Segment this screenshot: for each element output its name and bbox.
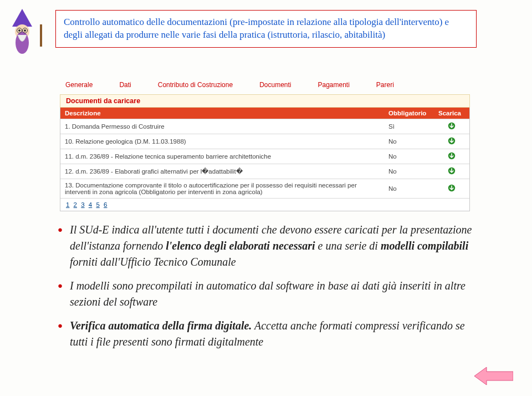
table-row: 13. Documentazione comprovante il titolo… xyxy=(60,179,469,199)
cell-scarica[interactable] xyxy=(434,164,469,179)
tab-documenti[interactable]: Documenti xyxy=(259,81,291,89)
callout-box: Controllo automatico delle documentazion… xyxy=(55,10,477,48)
svg-marker-13 xyxy=(474,367,513,385)
cell-scarica[interactable] xyxy=(434,134,469,149)
cell-obbligatorio: No xyxy=(384,164,434,179)
cell-obbligatorio: No xyxy=(384,149,434,164)
col-scarica: Scarica xyxy=(434,108,469,119)
bullet-3: Verifica automatica della firma digitale… xyxy=(55,318,477,350)
cell-descrizione: 12. d.m. 236/89 - Elaborati grafici alte… xyxy=(60,164,384,179)
back-arrow-icon[interactable] xyxy=(474,366,513,386)
docs-table: Descrizione Obbligatorio Scarica 1. Doma… xyxy=(60,108,469,198)
bullet-1-part-c: e una serie di xyxy=(315,240,381,252)
col-obbligatorio: Obbligatorio xyxy=(384,108,434,119)
bullet-1-bold-b: l'elenco degli elaborati necessari xyxy=(166,240,315,252)
body-text: Il SUd-E indica all'utente tutti i docum… xyxy=(55,222,477,358)
page-5[interactable]: 5 xyxy=(96,201,99,208)
cell-obbligatorio: No xyxy=(384,134,434,149)
cell-obbligatorio: No xyxy=(384,179,434,199)
tab-pareri[interactable]: Pareri xyxy=(376,81,394,89)
table-row: 11. d.m. 236/89 - Relazione tecnica supe… xyxy=(60,149,469,164)
docs-table-wrap: Descrizione Obbligatorio Scarica 1. Doma… xyxy=(60,108,470,211)
tab-generale[interactable]: Generale xyxy=(65,81,93,89)
section-title: Documenti da caricare xyxy=(60,94,470,108)
col-descrizione: Descrizione xyxy=(60,108,384,119)
cell-obbligatorio: Sì xyxy=(384,119,434,134)
download-icon[interactable] xyxy=(448,184,456,192)
bullet-1-bold-d: modelli compilabili xyxy=(381,240,468,252)
tab-contributo[interactable]: Contributo di Costruzione xyxy=(158,81,233,89)
table-row: 1. Domanda Permesso di CostruireSì xyxy=(60,119,469,134)
page-6[interactable]: 6 xyxy=(104,201,107,208)
bullet-3-bold: Verifica automatica della firma digitale… xyxy=(70,319,252,332)
tab-row: Generale Dati Contributo di Costruzione … xyxy=(60,77,470,94)
download-icon[interactable] xyxy=(448,122,456,130)
cell-descrizione: 1. Domanda Permesso di Costruire xyxy=(60,119,384,134)
table-row: 12. d.m. 236/89 - Elaborati grafici alte… xyxy=(60,164,469,179)
tab-pagamenti[interactable]: Pagamenti xyxy=(318,81,349,89)
cell-scarica[interactable] xyxy=(434,149,469,164)
table-row: 10. Relazione geologica (D.M. 11.03.1988… xyxy=(60,134,469,149)
page-2[interactable]: 2 xyxy=(74,201,77,208)
svg-rect-0 xyxy=(40,24,42,47)
app-screenshot: Generale Dati Contributo di Costruzione … xyxy=(60,77,470,211)
bullet-1-part-e: forniti dall'Ufficio Tecnico Comunale xyxy=(70,256,236,268)
download-icon[interactable] xyxy=(448,167,456,175)
svg-marker-1 xyxy=(12,9,32,27)
callout-text: Controllo automatico delle documentazion… xyxy=(64,16,468,42)
pager: 1 2 3 4 5 6 xyxy=(60,198,469,211)
cell-descrizione: 11. d.m. 236/89 - Relazione tecnica supe… xyxy=(60,149,384,164)
cell-scarica[interactable] xyxy=(434,179,469,199)
svg-point-4 xyxy=(18,29,21,32)
page-4[interactable]: 4 xyxy=(89,201,92,208)
bullet-2: I modelli sono precompilati in automatic… xyxy=(55,278,477,310)
download-icon[interactable] xyxy=(448,152,456,160)
tab-dati[interactable]: Dati xyxy=(119,81,131,89)
cell-scarica[interactable] xyxy=(434,119,469,134)
wizard-icon xyxy=(6,8,51,58)
page-3[interactable]: 3 xyxy=(81,201,84,208)
download-icon[interactable] xyxy=(448,137,456,145)
page-1[interactable]: 1 xyxy=(66,201,69,208)
cell-descrizione: 10. Relazione geologica (D.M. 11.03.1988… xyxy=(60,134,384,149)
bullet-1: Il SUd-E indica all'utente tutti i docum… xyxy=(55,222,477,270)
svg-point-5 xyxy=(24,29,26,32)
cell-descrizione: 13. Documentazione comprovante il titolo… xyxy=(60,179,384,199)
